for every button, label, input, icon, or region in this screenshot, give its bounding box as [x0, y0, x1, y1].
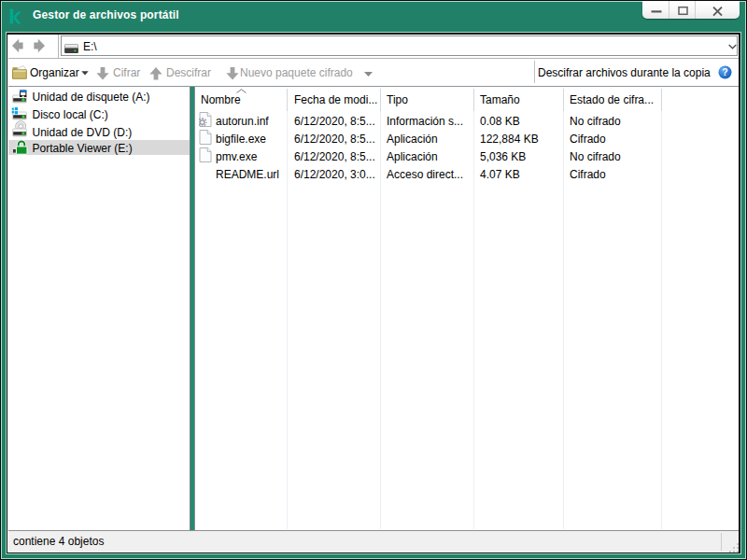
- svg-text:?: ?: [722, 66, 727, 77]
